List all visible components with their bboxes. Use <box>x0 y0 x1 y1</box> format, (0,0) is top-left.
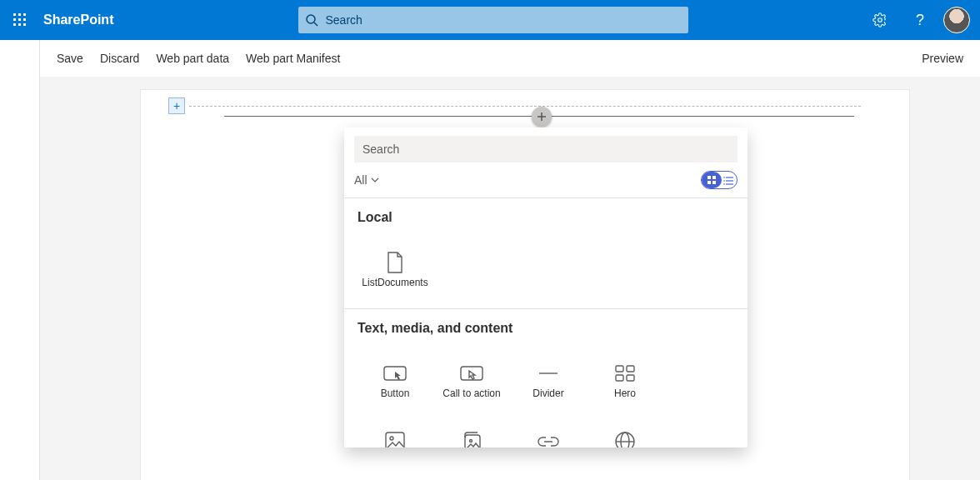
canvas-area: + All Loca <box>40 77 980 480</box>
add-section-button[interactable]: + <box>168 98 185 114</box>
avatar[interactable] <box>943 7 970 33</box>
list-view-icon <box>723 174 733 189</box>
link-icon <box>537 428 560 448</box>
command-bar: Save Discard Web part data Web part Mani… <box>40 40 980 77</box>
svg-rect-6 <box>13 23 16 26</box>
toolbox-scroll[interactable]: Local ListDocuments Text, media, and con… <box>344 198 748 448</box>
svg-point-35 <box>616 432 634 448</box>
svg-point-32 <box>390 437 393 440</box>
button-icon <box>382 359 408 388</box>
gallery-icon <box>461 428 482 448</box>
svg-rect-5 <box>23 18 26 21</box>
svg-rect-15 <box>712 176 716 179</box>
cta-icon <box>459 359 484 388</box>
group-title: Local <box>358 210 734 225</box>
preview-button[interactable]: Preview <box>922 52 963 65</box>
webpart-data-button[interactable]: Web part data <box>156 52 229 65</box>
webpart-listdocuments[interactable]: ListDocuments <box>358 235 432 302</box>
webpart-manifest-button[interactable]: Web part Manifest <box>246 52 340 65</box>
view-toggle[interactable] <box>701 171 738 189</box>
svg-rect-14 <box>708 176 711 179</box>
svg-rect-17 <box>712 181 716 184</box>
toolbox-group-local: Local ListDocuments <box>344 198 748 308</box>
svg-rect-7 <box>18 23 21 26</box>
toolbox-filter-dropdown[interactable]: All <box>354 173 379 187</box>
app-name: SharePoint <box>43 12 113 28</box>
svg-point-36 <box>621 432 629 448</box>
section-divider <box>189 106 861 107</box>
toolbox-group-textmedia: Text, media, and content Button Call to … <box>344 309 748 448</box>
suite-search[interactable] <box>298 7 688 33</box>
nav-rail <box>0 40 40 480</box>
svg-rect-2 <box>23 13 26 16</box>
svg-point-21 <box>723 177 725 178</box>
toolbox-search <box>354 136 738 162</box>
svg-rect-3 <box>13 18 16 21</box>
webpart-markdown[interactable]: Markdown <box>588 414 662 448</box>
svg-rect-1 <box>18 13 21 16</box>
webpart-image[interactable]: Image <box>358 414 432 448</box>
help-icon[interactable]: ? <box>900 0 940 40</box>
page-icon <box>385 248 405 277</box>
grid-view-icon <box>702 172 722 188</box>
webpart-gallery[interactable]: Image gallery <box>434 414 509 448</box>
svg-point-22 <box>723 180 725 182</box>
svg-rect-27 <box>616 366 623 372</box>
settings-icon[interactable] <box>860 0 900 40</box>
webpart-divider[interactable]: Divider <box>511 346 586 412</box>
discard-button[interactable]: Discard <box>100 52 139 65</box>
webpart-button[interactable]: Button <box>358 346 432 412</box>
webpart-link[interactable]: Link <box>511 414 586 448</box>
hero-icon <box>614 359 636 388</box>
svg-line-10 <box>314 22 318 26</box>
chevron-down-icon <box>371 176 379 184</box>
save-button[interactable]: Save <box>57 52 83 65</box>
svg-point-23 <box>723 183 725 185</box>
svg-point-34 <box>470 439 472 442</box>
group-title: Text, media, and content <box>358 321 734 336</box>
image-icon <box>384 428 406 448</box>
divider-icon <box>538 359 559 388</box>
svg-point-11 <box>878 18 882 22</box>
svg-rect-4 <box>18 18 21 21</box>
filter-label: All <box>354 173 368 187</box>
webpart-cta[interactable]: Call to action <box>434 346 509 412</box>
suite-header: SharePoint ? <box>0 0 980 40</box>
svg-rect-30 <box>627 375 634 381</box>
svg-rect-16 <box>708 181 711 184</box>
webpart-toolbox: All Local ListDocuments <box>344 128 748 448</box>
webpart-hero[interactable]: Hero <box>588 346 662 412</box>
toolbox-search-input[interactable] <box>354 136 738 162</box>
svg-rect-28 <box>627 366 634 372</box>
suite-search-input[interactable] <box>325 13 682 27</box>
page-canvas: + All Loca <box>140 89 910 480</box>
svg-rect-0 <box>13 13 16 16</box>
svg-point-9 <box>307 15 315 23</box>
globe-icon <box>614 428 636 448</box>
svg-rect-8 <box>23 23 26 26</box>
svg-rect-29 <box>616 375 623 381</box>
app-launcher-icon[interactable] <box>0 0 40 40</box>
